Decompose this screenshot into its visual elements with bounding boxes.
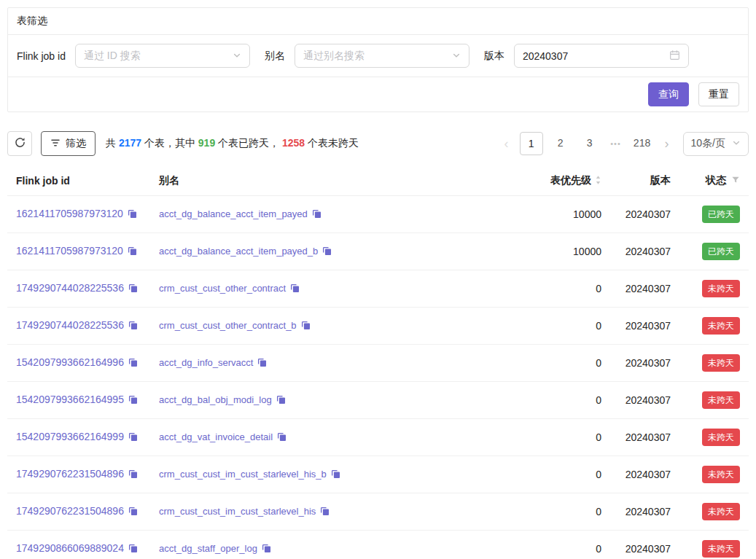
- page-button-1[interactable]: 1: [520, 132, 543, 155]
- alias-link[interactable]: acct_dg_balance_acct_item_payed: [159, 208, 308, 219]
- copy-icon[interactable]: [262, 544, 271, 555]
- copy-icon[interactable]: [277, 432, 287, 444]
- page-size-select[interactable]: 10条/页: [683, 132, 749, 156]
- priority-cell: 10000: [530, 196, 610, 233]
- summary-mid2: 个表已跨天，: [215, 137, 282, 149]
- copy-icon[interactable]: [290, 284, 300, 295]
- copy-icon[interactable]: [128, 358, 138, 370]
- version-date-input[interactable]: [514, 44, 689, 68]
- flink-job-id-select[interactable]: 通过 ID 搜索: [75, 44, 250, 68]
- column-header-status-label: 状态: [706, 174, 726, 186]
- status-badge: 未跨天: [702, 503, 740, 520]
- status-badge: 未跨天: [702, 280, 740, 297]
- version-cell: 20240307: [610, 493, 679, 531]
- copy-icon[interactable]: [331, 469, 340, 481]
- summary-text: 共 2177 个表，其中 919 个表已跨天， 1258 个表未跨天: [106, 137, 359, 150]
- copy-icon[interactable]: [322, 246, 332, 258]
- alias-link[interactable]: crm_cust_cust_other_contract: [159, 283, 286, 294]
- priority-cell: 0: [530, 493, 610, 531]
- flink-job-id-link[interactable]: 1749290762231504896: [16, 505, 124, 517]
- table-row: 1749290744028225536 crm_cust_cust_other_…: [7, 308, 749, 345]
- alias-link[interactable]: acct_dg_balance_acct_item_payed_b: [159, 246, 318, 257]
- alias-select[interactable]: 通过别名搜索: [295, 44, 469, 68]
- next-page-button[interactable]: ›: [660, 132, 674, 155]
- flink-job-id-link[interactable]: 1749290744028225536: [16, 319, 124, 331]
- column-header-priority[interactable]: 表优先级: [530, 166, 610, 196]
- copy-icon[interactable]: [128, 395, 138, 407]
- prev-page-button[interactable]: ‹: [499, 132, 514, 155]
- version-field: 版本: [484, 44, 689, 68]
- copy-icon[interactable]: [128, 321, 138, 332]
- priority-cell: 0: [530, 270, 610, 308]
- sort-icon[interactable]: [595, 175, 601, 187]
- filter-button[interactable]: 筛选: [41, 131, 96, 156]
- flink-job-id-link[interactable]: 1749290762231504896: [16, 468, 124, 480]
- status-badge: 未跨天: [702, 540, 740, 558]
- table-body: 1621411705987973120 acct_dg_balance_acct…: [7, 196, 749, 559]
- reset-button[interactable]: 重置: [698, 82, 739, 106]
- version-input[interactable]: [523, 50, 658, 62]
- alias-link[interactable]: acct_dg_bal_obj_modi_log: [159, 394, 272, 405]
- filter-lines-icon: [50, 138, 61, 150]
- version-cell: 20240307: [610, 531, 679, 559]
- copy-icon[interactable]: [128, 284, 138, 295]
- version-cell: 20240307: [610, 233, 679, 270]
- priority-cell: 0: [530, 456, 610, 493]
- filter-icon[interactable]: [731, 175, 740, 187]
- flink-job-id-link[interactable]: 1542097993662164999: [16, 431, 124, 442]
- copy-icon[interactable]: [128, 507, 138, 518]
- refresh-button[interactable]: [7, 131, 32, 156]
- alias-link[interactable]: acct_dg_staff_oper_log: [159, 543, 257, 554]
- page-button-3[interactable]: 3: [578, 132, 601, 155]
- version-cell: 20240307: [610, 419, 679, 456]
- page-button-2[interactable]: 2: [549, 132, 572, 155]
- filter-fields-row: Flink job id 通过 ID 搜索 别名 通过别名搜索: [8, 35, 748, 77]
- column-header-flink-job-id: Flink job id: [7, 166, 150, 196]
- flink-job-id-field: Flink job id 通过 ID 搜索: [17, 44, 250, 68]
- alias-link[interactable]: crm_cust_cust_im_cust_starlevel_his: [159, 506, 316, 517]
- flink-job-id-link[interactable]: 1621411705987973120: [16, 245, 123, 257]
- pagination-top: ‹ 1 2 3 ••• 218 › 10条/页: [499, 132, 749, 156]
- filter-actions-row: 查询 重置: [8, 77, 748, 112]
- copy-icon[interactable]: [128, 209, 137, 221]
- status-badge: 未跨天: [702, 391, 740, 409]
- summary-mid1: 个表，其中: [141, 137, 198, 149]
- priority-cell: 0: [530, 382, 610, 419]
- copy-icon[interactable]: [257, 358, 267, 370]
- copy-icon[interactable]: [320, 507, 330, 518]
- table-row: 1621411705987973120 acct_dg_balance_acct…: [7, 233, 749, 270]
- calendar-icon: [669, 50, 680, 63]
- not-crossed-count: 1258: [282, 137, 305, 149]
- version-cell: 20240307: [610, 345, 679, 382]
- copy-icon[interactable]: [312, 209, 322, 221]
- copy-icon[interactable]: [128, 246, 137, 258]
- page: 表筛选 Flink job id 通过 ID 搜索 别名 通过别名搜索: [0, 0, 756, 559]
- version-cell: 20240307: [610, 456, 679, 493]
- query-button[interactable]: 查询: [648, 82, 689, 106]
- alias-placeholder: 通过别名搜索: [303, 50, 365, 63]
- copy-icon[interactable]: [128, 544, 138, 555]
- version-cell: 20240307: [610, 196, 679, 233]
- table-header-row: Flink job id 别名 表优先级 版本 状态: [7, 166, 749, 196]
- column-header-status[interactable]: 状态: [679, 166, 749, 196]
- alias-link[interactable]: crm_cust_cust_im_cust_starlevel_his_b: [159, 469, 327, 480]
- copy-icon[interactable]: [128, 432, 138, 444]
- flink-job-id-link[interactable]: 1621411705987973120: [16, 208, 123, 219]
- copy-icon[interactable]: [276, 395, 286, 407]
- table-row: 1749290866069889024 acct_dg_staff_oper_l…: [7, 531, 749, 559]
- copy-icon[interactable]: [128, 469, 138, 481]
- alias-link[interactable]: acct_dg_vat_invoice_detail: [159, 431, 273, 442]
- copy-icon[interactable]: [301, 321, 311, 332]
- page-ellipsis[interactable]: •••: [607, 132, 625, 155]
- table-row: 1542097993662164995 acct_dg_bal_obj_modi…: [7, 382, 749, 419]
- page-button-last[interactable]: 218: [631, 132, 654, 155]
- flink-job-id-link[interactable]: 1749290866069889024: [16, 542, 124, 554]
- priority-cell: 0: [530, 345, 610, 382]
- priority-cell: 10000: [530, 233, 610, 270]
- alias-link[interactable]: acct_dg_info_servacct: [159, 357, 253, 368]
- flink-job-id-link[interactable]: 1749290744028225536: [16, 282, 124, 294]
- chevron-down-icon: [452, 50, 461, 62]
- flink-job-id-link[interactable]: 1542097993662164996: [16, 356, 124, 368]
- alias-link[interactable]: crm_cust_cust_other_contract_b: [159, 320, 297, 331]
- flink-job-id-link[interactable]: 1542097993662164995: [16, 394, 124, 405]
